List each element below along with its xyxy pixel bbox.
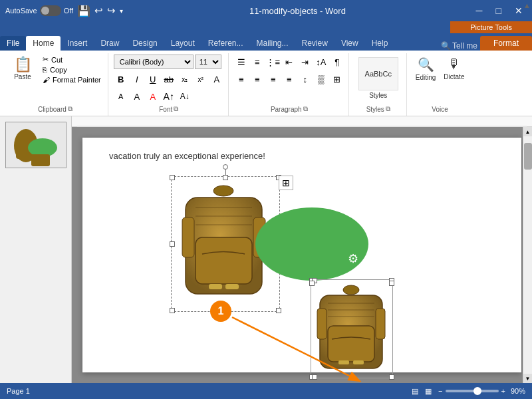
view-icon-1[interactable]: ▤ [412, 387, 418, 396]
handle-br[interactable] [276, 308, 281, 313]
format-painter-button[interactable]: 🖌 Format Painter [40, 75, 104, 84]
tab-format[interactable]: Format [480, 36, 532, 51]
vertical-scrollbar[interactable]: ▲ ▼ [523, 127, 532, 383]
small-backpack-selection[interactable] [312, 281, 392, 377]
strikethrough-button[interactable]: ab [162, 72, 176, 86]
tab-home[interactable]: Home [26, 36, 61, 51]
zoom-slider[interactable] [446, 390, 499, 392]
highlight-button[interactable]: A [130, 89, 144, 104]
list-btns-row: ☰ ≡ ⋮≡ ⇤ ⇥ ↕A ¶ [234, 55, 344, 69]
redo-button[interactable]: ↪ [107, 5, 116, 17]
zoom-control: − + 90% [438, 387, 525, 395]
tab-view[interactable]: View [334, 36, 365, 51]
quick-access-more[interactable]: ▾ [120, 7, 123, 15]
bullets-button[interactable]: ☰ [234, 55, 249, 69]
underline-button[interactable]: U [146, 72, 160, 86]
minimize-button[interactable]: ─ [472, 4, 487, 17]
thumbnail-item[interactable] [5, 122, 66, 168]
undo-button[interactable]: ↩ [94, 5, 103, 17]
layout-options-button[interactable]: ⊞ [279, 176, 293, 190]
italic-button[interactable]: I [130, 72, 144, 86]
dictate-button[interactable]: 🎙 Dictate [440, 55, 467, 83]
handle-tm[interactable] [223, 175, 228, 180]
zoom-plus-button[interactable]: + [501, 387, 505, 395]
save-icon[interactable]: 💾 [77, 5, 90, 17]
subscript-button[interactable]: x₂ [178, 72, 192, 86]
handle-tl[interactable] [170, 175, 175, 180]
paste-button[interactable]: 📋 Paste [7, 55, 39, 84]
tab-insert[interactable]: Insert [61, 36, 94, 51]
font-color2-button[interactable]: A [146, 89, 160, 104]
font-expand[interactable]: ⧉ [174, 105, 178, 113]
rotate-handle[interactable] [223, 164, 228, 170]
autosave-toggle[interactable] [40, 5, 61, 16]
decrease-indent-button[interactable]: ⇤ [282, 55, 297, 69]
increase-size-button[interactable]: A↑ [162, 89, 176, 104]
line-spacing-button[interactable]: ↕ [298, 72, 313, 86]
gear-icon-on-ellipse[interactable]: ⚙ [345, 251, 361, 267]
show-marks-button[interactable]: ¶ [330, 55, 344, 69]
tab-mailings[interactable]: Mailing... [249, 36, 295, 51]
tab-draw[interactable]: Draw [94, 36, 126, 51]
autosave-control[interactable]: AutoSave Off [5, 5, 73, 16]
collapse-ribbon-button[interactable]: ▲ [523, 1, 531, 9]
thumbnail-preview [6, 122, 66, 168]
align-left-button[interactable]: ≡ [234, 72, 249, 86]
increase-indent-button[interactable]: ⇥ [298, 55, 313, 69]
scroll-up-button[interactable]: ▲ [523, 127, 533, 136]
zoom-level[interactable]: 90% [511, 387, 525, 395]
align-right-button[interactable]: ≡ [266, 72, 281, 86]
doc-scroll-area[interactable]: vacation truly an exceptional experience… [72, 127, 532, 383]
numbering-button[interactable]: ≡ [250, 55, 265, 69]
font-size-select[interactable]: 11 [195, 55, 221, 69]
styles-button[interactable]: AaBbCc Styles [354, 55, 402, 102]
maximize-button[interactable]: □ [492, 4, 505, 17]
borders-button[interactable]: ⊞ [330, 72, 344, 86]
styles-expand[interactable]: ⧉ [386, 105, 390, 113]
tab-file[interactable]: File [0, 36, 26, 51]
picture-tools-label: Picture Tools [470, 23, 512, 31]
sort-button[interactable]: ↕A [314, 55, 329, 69]
decrease-size-button[interactable]: A↓ [178, 89, 192, 104]
styles-label-text: Styles [366, 106, 384, 113]
small-handle-bm[interactable] [312, 374, 317, 380]
editing-button[interactable]: 🔍 Editing [412, 55, 440, 84]
paragraph-expand[interactable]: ⧉ [303, 105, 308, 113]
view-icon-2[interactable]: ▦ [425, 387, 432, 396]
bold-button[interactable]: B [114, 72, 128, 86]
align-center-button[interactable]: ≡ [250, 72, 265, 86]
scroll-track[interactable] [523, 136, 532, 374]
tab-design[interactable]: Design [126, 36, 164, 51]
handle-bl[interactable] [170, 308, 175, 313]
editing-icon: 🔍 [418, 57, 434, 72]
cut-button[interactable]: ✂ Cut [40, 55, 104, 65]
tab-references[interactable]: Referen... [201, 36, 250, 51]
green-ellipse[interactable] [255, 207, 368, 281]
autosave-label: AutoSave [5, 7, 37, 15]
small-handle-br[interactable] [389, 374, 394, 380]
small-handle-ml[interactable] [309, 281, 315, 286]
justify-button[interactable]: ≡ [282, 72, 297, 86]
handle-ml[interactable] [170, 241, 175, 247]
clear-format-button[interactable]: A [209, 72, 224, 86]
ribbon: 📋 Paste ✂ Cut ⎘ Copy 🖌 [0, 51, 532, 116]
small-handle-mr[interactable] [389, 281, 394, 286]
zoom-thumb[interactable] [473, 387, 481, 395]
tab-review[interactable]: Review [295, 36, 334, 51]
scroll-down-button[interactable]: ▼ [523, 374, 533, 383]
superscript-button[interactable]: x² [194, 72, 208, 86]
paragraph-content: ☰ ≡ ⋮≡ ⇤ ⇥ ↕A ¶ ≡ ≡ ≡ ≡ ↕ ▒ [234, 55, 344, 105]
tell-me-input[interactable]: Tell me [452, 41, 477, 51]
font-name-select[interactable]: Calibri (Body) [114, 55, 194, 69]
zoom-minus-button[interactable]: − [438, 387, 442, 395]
font-color-button[interactable]: A [114, 89, 128, 104]
clipboard-expand[interactable]: ⧉ [68, 105, 72, 113]
multilevel-button[interactable]: ⋮≡ [266, 55, 281, 69]
doc-text: vacation truly an exceptional experience… [109, 151, 495, 161]
scroll-thumb[interactable] [524, 143, 532, 170]
tab-help[interactable]: Help [365, 36, 395, 51]
shading-button[interactable]: ▒ [314, 72, 329, 86]
copy-button[interactable]: ⎘ Copy [40, 65, 104, 74]
tab-layout[interactable]: Layout [164, 36, 201, 51]
font-color-row: A A A A↑ A↓ [114, 89, 192, 104]
